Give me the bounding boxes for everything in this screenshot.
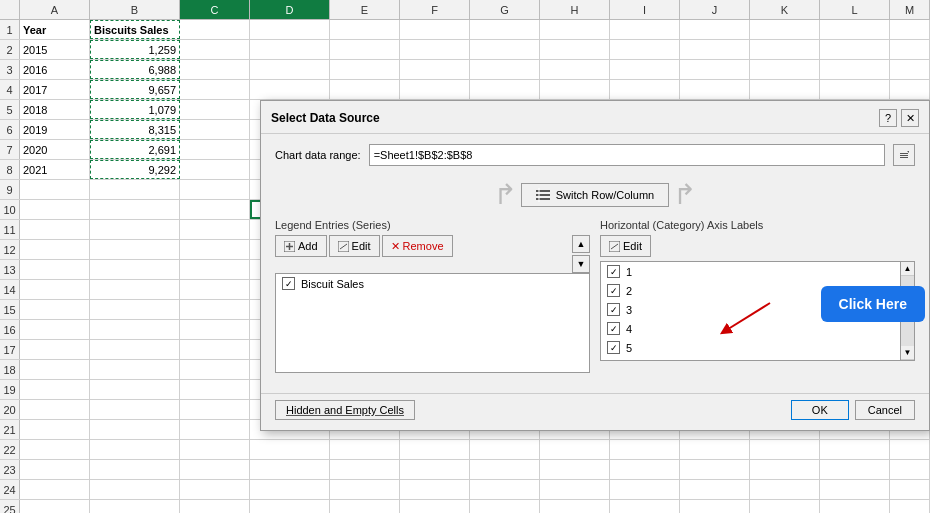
cell-m1[interactable] [890, 20, 930, 39]
legend-down-button[interactable]: ▼ [572, 255, 590, 273]
switch-icon [536, 188, 550, 202]
cell-a5[interactable]: 2018 [20, 100, 90, 119]
hidden-empty-cells-button[interactable]: Hidden and Empty Cells [275, 400, 415, 420]
legend-edit-button[interactable]: Edit [329, 235, 380, 257]
col-header-e[interactable]: E [330, 0, 400, 19]
cell-d1[interactable] [250, 20, 330, 39]
axis-scrollbar[interactable]: ▲ ▼ [901, 261, 915, 361]
col-header-i[interactable]: I [610, 0, 680, 19]
left-arrow-icon: ↰ [494, 178, 517, 211]
row-num: 2 [0, 40, 20, 59]
cell-f2[interactable] [400, 40, 470, 59]
cell-d2[interactable] [250, 40, 330, 59]
table-row: 25 [0, 500, 930, 513]
legend-checkbox[interactable]: ✓ [282, 277, 295, 290]
cell-h2[interactable] [540, 40, 610, 59]
help-button[interactable]: ? [879, 109, 897, 127]
cell-e1[interactable] [330, 20, 400, 39]
row-num: 21 [0, 420, 20, 439]
cell-e2[interactable] [330, 40, 400, 59]
col-header-h[interactable]: H [540, 0, 610, 19]
axis-item-label: 4 [626, 323, 632, 335]
switch-row-column-button[interactable]: Switch Row/Column [521, 183, 669, 207]
axis-checkbox-1[interactable]: ✓ [607, 265, 620, 278]
col-header-f[interactable]: F [400, 0, 470, 19]
axis-edit-button[interactable]: Edit [600, 235, 651, 257]
col-header-a[interactable]: A [20, 0, 90, 19]
col-header-c[interactable]: C [180, 0, 250, 19]
cell-b3[interactable]: 6,988 [90, 60, 180, 79]
cell-b8[interactable]: 9,292 [90, 160, 180, 179]
close-button[interactable]: ✕ [901, 109, 919, 127]
col-header-b[interactable]: B [90, 0, 180, 19]
row-num: 12 [0, 240, 20, 259]
cell-l1[interactable] [820, 20, 890, 39]
col-header-k[interactable]: K [750, 0, 820, 19]
legend-remove-button[interactable]: ✕ Remove [382, 235, 453, 257]
col-header-l[interactable]: L [820, 0, 890, 19]
chart-range-expand-button[interactable] [893, 144, 915, 166]
cancel-button[interactable]: Cancel [855, 400, 915, 420]
cell-a3[interactable]: 2016 [20, 60, 90, 79]
cell-j1[interactable] [680, 20, 750, 39]
col-headers: A B C D E F G H I J K L M [0, 0, 930, 20]
row-num: 7 [0, 140, 20, 159]
row-num: 17 [0, 340, 20, 359]
cell-b6[interactable]: 8,315 [90, 120, 180, 139]
table-add-icon [284, 241, 295, 252]
row-num: 20 [0, 400, 20, 419]
svg-rect-1 [900, 155, 908, 156]
dialog-action-buttons: OK Cancel [791, 400, 915, 420]
svg-line-15 [725, 303, 770, 331]
chart-range-row: Chart data range: [275, 144, 915, 166]
dialog-titlebar: Select Data Source ? ✕ [261, 101, 929, 134]
list-item[interactable]: ✓ Biscuit Sales [276, 274, 589, 293]
cell-c1[interactable] [180, 20, 250, 39]
ok-button[interactable]: OK [791, 400, 849, 420]
cell-b1[interactable]: Biscuits Sales [90, 20, 180, 39]
cell-b2[interactable]: 1,259 [90, 40, 180, 59]
axis-checkbox-2[interactable]: ✓ [607, 284, 620, 297]
cell-a4[interactable]: 2017 [20, 80, 90, 99]
cell-g1[interactable] [470, 20, 540, 39]
legend-add-button[interactable]: Add [275, 235, 327, 257]
cell-b4[interactable]: 9,657 [90, 80, 180, 99]
list-item[interactable]: ✓ 1 [601, 262, 900, 281]
chart-range-input[interactable] [369, 144, 885, 166]
row-num: 25 [0, 500, 20, 513]
select-data-source-dialog: Select Data Source ? ✕ Chart data range: [260, 100, 930, 431]
cell-a7[interactable]: 2020 [20, 140, 90, 159]
col-header-m[interactable]: M [890, 0, 930, 19]
col-header-j[interactable]: J [680, 0, 750, 19]
corner-cell [0, 0, 20, 19]
table-row: 4 2017 9,657 [0, 80, 930, 100]
cell-k1[interactable] [750, 20, 820, 39]
col-header-g[interactable]: G [470, 0, 540, 19]
two-columns-panel: Legend Entries (Series) Add [275, 219, 915, 373]
axis-item-label: 5 [626, 342, 632, 354]
row-num: 24 [0, 480, 20, 499]
cell-a1[interactable]: Year [20, 20, 90, 39]
axis-item-label: 1 [626, 266, 632, 278]
cell-f1[interactable] [400, 20, 470, 39]
cell-b5[interactable]: 1,079 [90, 100, 180, 119]
cell-c2[interactable] [180, 40, 250, 59]
col-header-d[interactable]: D [250, 0, 330, 19]
cell-g2[interactable] [470, 40, 540, 59]
cell-h1[interactable] [540, 20, 610, 39]
scroll-up-button[interactable]: ▲ [901, 262, 914, 276]
legend-up-button[interactable]: ▲ [572, 235, 590, 253]
scroll-down-button[interactable]: ▼ [901, 346, 914, 360]
svg-rect-0 [900, 153, 908, 154]
row-num: 15 [0, 300, 20, 319]
cell-a8[interactable]: 2021 [20, 160, 90, 179]
cell-a2[interactable]: 2015 [20, 40, 90, 59]
axis-edit-icon [609, 241, 620, 252]
cell-a6[interactable]: 2019 [20, 120, 90, 139]
axis-checkbox-4[interactable]: ✓ [607, 322, 620, 335]
cell-b7[interactable]: 2,691 [90, 140, 180, 159]
axis-checkbox-5[interactable]: ✓ [607, 341, 620, 354]
dialog-title: Select Data Source [271, 111, 380, 125]
axis-checkbox-3[interactable]: ✓ [607, 303, 620, 316]
cell-i1[interactable] [610, 20, 680, 39]
